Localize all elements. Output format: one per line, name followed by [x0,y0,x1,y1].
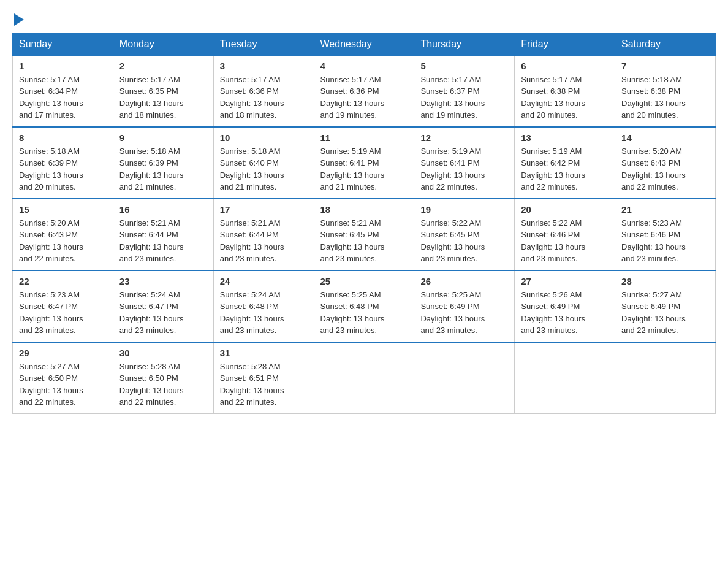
calendar-cell: 27 Sunrise: 5:26 AM Sunset: 6:49 PM Dayl… [515,270,615,342]
day-info: Sunrise: 5:17 AM Sunset: 6:37 PM Dayligh… [420,74,508,121]
week-row-5: 29 Sunrise: 5:27 AM Sunset: 6:50 PM Dayl… [13,342,716,414]
header-monday: Monday [113,33,213,55]
week-row-3: 15 Sunrise: 5:20 AM Sunset: 6:43 PM Dayl… [13,199,716,270]
calendar-cell: 11 Sunrise: 5:19 AM Sunset: 6:41 PM Dayl… [314,127,414,199]
day-info: Sunrise: 5:22 AM Sunset: 6:46 PM Dayligh… [521,217,609,265]
header-tuesday: Tuesday [213,33,314,55]
calendar-cell: 14 Sunrise: 5:20 AM Sunset: 6:43 PM Dayl… [615,127,716,199]
week-row-1: 1 Sunrise: 5:17 AM Sunset: 6:34 PM Dayli… [13,55,716,127]
day-info: Sunrise: 5:25 AM Sunset: 6:48 PM Dayligh… [320,289,408,337]
header-friday: Friday [515,33,615,55]
calendar-cell: 6 Sunrise: 5:17 AM Sunset: 6:38 PM Dayli… [515,55,615,127]
day-info: Sunrise: 5:26 AM Sunset: 6:49 PM Dayligh… [521,289,609,337]
calendar-cell: 22 Sunrise: 5:23 AM Sunset: 6:47 PM Dayl… [13,270,113,342]
calendar-cell [515,342,615,414]
day-info: Sunrise: 5:17 AM Sunset: 6:36 PM Dayligh… [220,74,308,121]
calendar-cell: 21 Sunrise: 5:23 AM Sunset: 6:46 PM Dayl… [615,199,716,270]
day-info: Sunrise: 5:17 AM Sunset: 6:34 PM Dayligh… [19,74,107,121]
calendar-cell: 5 Sunrise: 5:17 AM Sunset: 6:37 PM Dayli… [414,55,515,127]
header-wednesday: Wednesday [314,33,414,55]
calendar-header-row: SundayMondayTuesdayWednesdayThursdayFrid… [13,33,716,55]
calendar-cell: 17 Sunrise: 5:21 AM Sunset: 6:44 PM Dayl… [213,199,314,270]
calendar-cell: 12 Sunrise: 5:19 AM Sunset: 6:41 PM Dayl… [414,127,515,199]
calendar-cell: 13 Sunrise: 5:19 AM Sunset: 6:42 PM Dayl… [515,127,615,199]
calendar-cell: 8 Sunrise: 5:18 AM Sunset: 6:39 PM Dayli… [13,127,113,199]
day-info: Sunrise: 5:24 AM Sunset: 6:48 PM Dayligh… [220,289,308,337]
day-info: Sunrise: 5:21 AM Sunset: 6:45 PM Dayligh… [320,217,408,265]
day-info: Sunrise: 5:22 AM Sunset: 6:45 PM Dayligh… [420,217,508,265]
calendar-cell: 3 Sunrise: 5:17 AM Sunset: 6:36 PM Dayli… [213,55,314,127]
day-info: Sunrise: 5:24 AM Sunset: 6:47 PM Dayligh… [119,289,207,337]
day-info: Sunrise: 5:20 AM Sunset: 6:43 PM Dayligh… [621,145,709,193]
day-number: 17 [220,204,308,215]
day-info: Sunrise: 5:17 AM Sunset: 6:38 PM Dayligh… [521,74,609,121]
day-number: 5 [420,61,508,71]
day-number: 30 [119,348,207,358]
day-info: Sunrise: 5:20 AM Sunset: 6:43 PM Dayligh… [19,217,107,265]
day-info: Sunrise: 5:28 AM Sunset: 6:51 PM Dayligh… [220,361,308,408]
week-row-4: 22 Sunrise: 5:23 AM Sunset: 6:47 PM Dayl… [13,270,716,342]
day-number: 25 [320,276,408,286]
day-number: 28 [621,276,709,286]
calendar-cell [414,342,515,414]
calendar-cell: 15 Sunrise: 5:20 AM Sunset: 6:43 PM Dayl… [13,199,113,270]
day-number: 3 [220,61,308,71]
logo [12,12,24,27]
day-info: Sunrise: 5:25 AM Sunset: 6:49 PM Dayligh… [420,289,508,337]
day-number: 2 [119,61,207,71]
calendar-cell: 30 Sunrise: 5:28 AM Sunset: 6:50 PM Dayl… [113,342,213,414]
calendar-cell: 20 Sunrise: 5:22 AM Sunset: 6:46 PM Dayl… [515,199,615,270]
page-header [12,12,716,27]
day-number: 7 [621,61,709,71]
day-info: Sunrise: 5:21 AM Sunset: 6:44 PM Dayligh… [119,217,207,265]
day-info: Sunrise: 5:27 AM Sunset: 6:50 PM Dayligh… [19,361,107,408]
day-number: 1 [19,61,107,71]
day-number: 19 [420,204,508,215]
header-sunday: Sunday [13,33,113,55]
day-info: Sunrise: 5:23 AM Sunset: 6:47 PM Dayligh… [19,289,107,337]
day-info: Sunrise: 5:23 AM Sunset: 6:46 PM Dayligh… [621,217,709,265]
calendar-cell: 7 Sunrise: 5:18 AM Sunset: 6:38 PM Dayli… [615,55,716,127]
day-info: Sunrise: 5:19 AM Sunset: 6:41 PM Dayligh… [420,145,508,193]
calendar-table: SundayMondayTuesdayWednesdayThursdayFrid… [12,33,716,414]
calendar-cell: 26 Sunrise: 5:25 AM Sunset: 6:49 PM Dayl… [414,270,515,342]
header-thursday: Thursday [414,33,515,55]
calendar-cell: 2 Sunrise: 5:17 AM Sunset: 6:35 PM Dayli… [113,55,213,127]
calendar-cell: 28 Sunrise: 5:27 AM Sunset: 6:49 PM Dayl… [615,270,716,342]
calendar-cell: 29 Sunrise: 5:27 AM Sunset: 6:50 PM Dayl… [13,342,113,414]
day-info: Sunrise: 5:17 AM Sunset: 6:35 PM Dayligh… [119,74,207,121]
header-saturday: Saturday [615,33,716,55]
day-info: Sunrise: 5:21 AM Sunset: 6:44 PM Dayligh… [220,217,308,265]
day-number: 8 [19,132,107,143]
day-info: Sunrise: 5:18 AM Sunset: 6:38 PM Dayligh… [621,74,709,121]
day-info: Sunrise: 5:17 AM Sunset: 6:36 PM Dayligh… [320,74,408,121]
calendar-cell: 18 Sunrise: 5:21 AM Sunset: 6:45 PM Dayl… [314,199,414,270]
day-info: Sunrise: 5:18 AM Sunset: 6:40 PM Dayligh… [220,145,308,193]
day-number: 26 [420,276,508,286]
calendar-cell: 9 Sunrise: 5:18 AM Sunset: 6:39 PM Dayli… [113,127,213,199]
calendar-cell: 16 Sunrise: 5:21 AM Sunset: 6:44 PM Dayl… [113,199,213,270]
day-number: 4 [320,61,408,71]
day-number: 21 [621,204,709,215]
day-number: 10 [220,132,308,143]
day-number: 9 [119,132,207,143]
calendar-cell [314,342,414,414]
day-number: 13 [521,132,609,143]
day-number: 11 [320,132,408,143]
day-info: Sunrise: 5:18 AM Sunset: 6:39 PM Dayligh… [119,145,207,193]
calendar-cell: 10 Sunrise: 5:18 AM Sunset: 6:40 PM Dayl… [213,127,314,199]
day-number: 23 [119,276,207,286]
calendar-cell: 1 Sunrise: 5:17 AM Sunset: 6:34 PM Dayli… [13,55,113,127]
day-number: 29 [19,348,107,358]
day-number: 31 [220,348,308,358]
day-info: Sunrise: 5:18 AM Sunset: 6:39 PM Dayligh… [19,145,107,193]
day-info: Sunrise: 5:19 AM Sunset: 6:42 PM Dayligh… [521,145,609,193]
calendar-cell: 4 Sunrise: 5:17 AM Sunset: 6:36 PM Dayli… [314,55,414,127]
calendar-cell: 19 Sunrise: 5:22 AM Sunset: 6:45 PM Dayl… [414,199,515,270]
day-number: 18 [320,204,408,215]
day-number: 24 [220,276,308,286]
day-number: 20 [521,204,609,215]
day-number: 14 [621,132,709,143]
calendar-cell [615,342,716,414]
day-number: 15 [19,204,107,215]
